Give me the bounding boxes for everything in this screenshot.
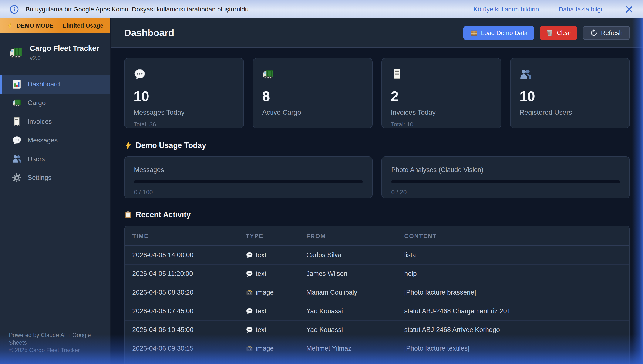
stat-label: Registered Users bbox=[519, 108, 620, 116]
usage-card-messages: Messages0 / 100 bbox=[124, 156, 372, 198]
sidebar-item-users[interactable]: Users bbox=[0, 150, 110, 168]
button-label: Load Demo Data bbox=[481, 30, 528, 36]
gas-warning-banner: Bu uygulama bir Google Apps Komut Dosyas… bbox=[0, 0, 643, 18]
activity-row: 2026-04-05 07:45:00textYao Kouassistatut… bbox=[125, 302, 629, 320]
truck-icon bbox=[262, 68, 275, 80]
gear-icon bbox=[12, 173, 22, 183]
usage-card-photo-analyses: Photo Analyses (Claude Vision)0 / 20 bbox=[381, 156, 630, 198]
learn-more-link[interactable]: Daha fazla bilgi bbox=[559, 6, 602, 13]
stat-value: 10 bbox=[519, 88, 620, 104]
activity-row: 2026-04-06 08:00:00textIbrahim Traoresta… bbox=[125, 358, 629, 364]
activity-content: [Photo facture brasserie] bbox=[404, 283, 629, 302]
camera-icon bbox=[246, 289, 253, 296]
receipt-icon bbox=[12, 117, 22, 126]
activity-type: text bbox=[246, 326, 306, 334]
app-version: v2.0 bbox=[30, 55, 99, 62]
sidebar-item-label: Invoices bbox=[28, 118, 52, 126]
speech-icon bbox=[246, 326, 253, 334]
header-actions: Load Demo DataClearRefresh bbox=[463, 26, 630, 40]
activity-from: Yao Kouassi bbox=[306, 320, 404, 339]
refresh-icon bbox=[590, 29, 598, 37]
sidebar-item-cargo[interactable]: Cargo bbox=[0, 94, 110, 112]
report-abuse-link[interactable]: Kötüye kullanım bildirin bbox=[473, 6, 539, 13]
footer-powered-by: Powered by Claude AI + Google Sheets bbox=[9, 332, 102, 346]
column-header-content: CONTENT bbox=[404, 226, 629, 246]
activity-time: 2026-04-05 11:20:00 bbox=[125, 264, 246, 283]
stat-value: 2 bbox=[391, 88, 492, 104]
page-title: Dashboard bbox=[124, 28, 174, 38]
usage-label: Messages bbox=[134, 166, 363, 174]
speech-icon bbox=[246, 252, 253, 259]
main-area: Dashboard Load Demo DataClearRefresh 10M… bbox=[111, 18, 643, 364]
stat-card-invoices-today: 2Invoices TodayTotal: 10 bbox=[381, 58, 501, 128]
button-label: Refresh bbox=[601, 30, 622, 36]
sidebar-item-messages[interactable]: Messages bbox=[0, 131, 110, 150]
activity-type: image bbox=[246, 288, 306, 296]
activity-time: 2026-04-06 10:45:00 bbox=[125, 320, 246, 339]
column-header-type: TYPE bbox=[246, 226, 306, 246]
camera-icon bbox=[246, 345, 253, 352]
usage-count: 0 / 20 bbox=[391, 189, 620, 196]
sidebar-item-settings[interactable]: Settings bbox=[0, 168, 110, 187]
button-label: Clear bbox=[557, 30, 571, 36]
usage-progress-bar bbox=[134, 180, 363, 183]
bolt-icon bbox=[124, 142, 132, 150]
speech-icon bbox=[246, 270, 253, 277]
stat-label: Messages Today bbox=[134, 108, 235, 116]
speech-icon bbox=[246, 308, 253, 315]
activity-content: statut ABJ-2468 Arrivee Korhogo bbox=[404, 320, 629, 339]
refresh-button[interactable]: Refresh bbox=[583, 26, 630, 40]
activity-row: 2026-04-06 09:30:15imageMehmet Yilmaz[Ph… bbox=[125, 339, 629, 358]
activity-time: 2026-04-06 08:00:00 bbox=[125, 358, 246, 364]
activity-content: statut ABJ-2468 Chargement riz 20T bbox=[404, 302, 629, 320]
activity-time: 2026-04-05 14:00:00 bbox=[125, 246, 246, 264]
stat-sub-total: Total: 10 bbox=[391, 121, 492, 128]
activity-from: Mehmet Yilmaz bbox=[306, 339, 404, 358]
sidebar-item-label: Users bbox=[28, 155, 45, 163]
activity-heading-label: Recent Activity bbox=[136, 210, 191, 219]
app-brand: Cargo Fleet Tracker v2.0 bbox=[0, 33, 110, 72]
users-icon bbox=[12, 154, 22, 164]
activity-content: lista bbox=[404, 246, 629, 264]
trash-icon bbox=[546, 29, 553, 37]
clear-button[interactable]: Clear bbox=[540, 26, 577, 40]
activity-time: 2026-04-06 09:30:15 bbox=[125, 339, 246, 358]
sidebar-item-label: Settings bbox=[28, 174, 52, 182]
sidebar-footer: Powered by Claude AI + Google Sheets © 2… bbox=[0, 323, 110, 364]
activity-time: 2026-04-05 07:45:00 bbox=[125, 302, 246, 320]
package-icon bbox=[470, 29, 478, 37]
close-icon[interactable] bbox=[624, 4, 634, 14]
activity-row: 2026-04-05 11:20:00textJames Wilsonhelp bbox=[125, 264, 629, 283]
main-header: Dashboard Load Demo DataClearRefresh bbox=[111, 18, 643, 48]
sidebar-item-dashboard[interactable]: Dashboard bbox=[0, 75, 110, 94]
sidebar-item-invoices[interactable]: Invoices bbox=[0, 112, 110, 131]
stat-label: Invoices Today bbox=[391, 108, 492, 116]
stat-sub-total: Total: 36 bbox=[134, 121, 235, 128]
usage-grid: Messages0 / 100Photo Analyses (Claude Vi… bbox=[124, 156, 630, 198]
load-demo-data-button[interactable]: Load Demo Data bbox=[463, 26, 534, 40]
activity-type: text bbox=[246, 270, 306, 278]
stat-value: 10 bbox=[134, 88, 235, 104]
clipboard-icon bbox=[124, 211, 132, 219]
activity-from: Carlos Silva bbox=[306, 246, 404, 264]
stat-label: Active Cargo bbox=[262, 108, 363, 116]
info-icon bbox=[9, 4, 19, 14]
activity-table: TIMETYPEFROMCONTENT 2026-04-05 14:00:00t… bbox=[125, 226, 629, 364]
activity-section-heading: Recent Activity bbox=[124, 210, 630, 219]
activity-table-card: TIMETYPEFROMCONTENT 2026-04-05 14:00:00t… bbox=[124, 226, 630, 364]
stats-grid: 10Messages TodayTotal: 368Active Cargo2I… bbox=[124, 58, 630, 128]
usage-label: Photo Analyses (Claude Vision) bbox=[391, 166, 620, 174]
receipt-icon bbox=[391, 68, 403, 80]
footer-copyright: © 2025 Cargo Fleet Tracker bbox=[9, 346, 102, 354]
sidebar-item-label: Messages bbox=[28, 136, 58, 144]
truck-icon bbox=[9, 46, 24, 60]
stat-value: 8 bbox=[262, 88, 363, 104]
activity-row: 2026-04-05 08:30:20imageMariam Coulibaly… bbox=[125, 283, 629, 302]
speech-icon bbox=[134, 68, 146, 80]
stat-card-registered-users: 10Registered Users bbox=[510, 58, 630, 128]
demo-mode-banner: DEMO MODE — Limited Usage bbox=[0, 18, 110, 33]
activity-time: 2026-04-05 08:30:20 bbox=[125, 283, 246, 302]
truck-icon bbox=[12, 98, 22, 108]
activity-content: statut ABJ-3456 Arrive port d'Abidjan bbox=[404, 358, 629, 364]
activity-content: [Photo facture textiles] bbox=[404, 339, 629, 358]
